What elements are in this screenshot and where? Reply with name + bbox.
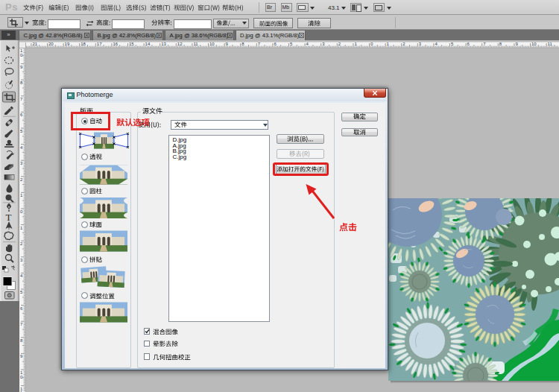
svg-text:T: T (6, 212, 12, 223)
